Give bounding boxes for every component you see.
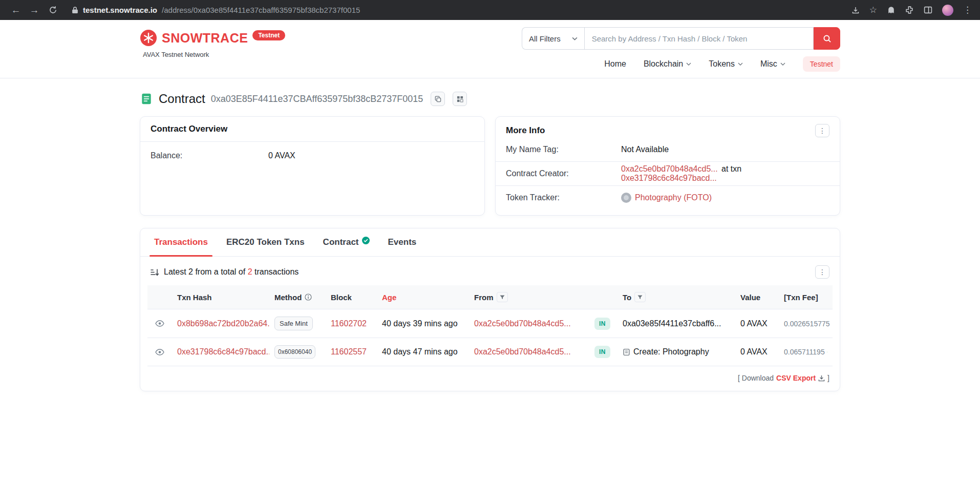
col-txn-fee: [Txn Fee] — [779, 285, 833, 309]
transactions-card: Transactions ERC20 Token Txns Contract E… — [140, 228, 840, 391]
col-eye — [147, 285, 172, 309]
browser-chrome: ← → testnet.snowtrace.io/address/0xa03e8… — [0, 0, 980, 20]
direction-badge: IN — [594, 318, 610, 330]
nav-item-tokens[interactable]: Tokens — [709, 59, 743, 69]
from-address-link[interactable]: 0xa2c5e0bd70b48a4cd5... — [474, 347, 571, 356]
qr-code-button[interactable] — [453, 92, 467, 106]
browser-forward-icon[interactable]: → — [27, 3, 42, 18]
network-label: AVAX Testnet Network — [143, 51, 285, 58]
csv-export-row: [ Download CSV Export ] — [140, 366, 840, 391]
age-value: 40 days 47 mins ago — [377, 338, 469, 366]
creation-txn-link[interactable]: 0xe31798c6c84c97bacd... — [621, 174, 717, 182]
txn-fee-value: 0.0026515775 — [784, 320, 830, 328]
tab-transactions-label: Transactions — [154, 237, 208, 247]
txn-hash-link[interactable]: 0x8b698ac72bd20b2a64... — [177, 319, 269, 328]
contract-creator-label: Contract Creator: — [506, 169, 621, 178]
age-value: 40 days 39 mins ago — [377, 309, 469, 338]
gas-bulb-icon — [827, 348, 827, 356]
token-tracker-link[interactable]: Photography (FOTO) — [635, 193, 712, 202]
chevron-down-icon — [686, 62, 691, 66]
bookmark-star-icon[interactable]: ☆ — [869, 5, 877, 15]
tx-summary-prefix: Latest 2 from a total of — [164, 267, 245, 276]
block-link[interactable]: 11602702 — [331, 319, 367, 328]
url-path: /address/0xa03e85f4411e37cbaff635975bf38… — [162, 6, 360, 14]
tx-summary-count: 2 — [248, 267, 252, 276]
search-icon — [823, 34, 832, 43]
search-filter-label: All Filters — [529, 34, 561, 43]
tab-contract[interactable]: Contract — [315, 228, 377, 256]
tx-preview-eye-icon[interactable] — [153, 349, 167, 355]
from-address-link[interactable]: 0xa2c5e0bd70b48a4cd5... — [474, 319, 571, 328]
browser-reload-icon[interactable] — [45, 3, 60, 18]
extension-icon[interactable] — [887, 6, 896, 14]
search-button[interactable] — [814, 27, 840, 50]
verified-check-icon — [362, 237, 370, 244]
value-cell: 0 AVAX — [735, 309, 779, 338]
col-method: Method — [269, 285, 326, 309]
qr-grid-icon — [457, 96, 463, 102]
nav-item-misc[interactable]: Misc — [760, 59, 785, 69]
brand-block: SNOWTRACE Testnet AVAX Testnet Network — [140, 27, 285, 72]
table-header-row: Txn Hash Method Block Age From — [147, 285, 833, 309]
more-info-kebab-icon[interactable]: ⋮ — [815, 124, 829, 137]
nav-misc-label: Misc — [760, 59, 777, 69]
info-icon[interactable] — [305, 294, 312, 301]
contract-icon — [140, 92, 153, 106]
browser-url-bar[interactable]: testnet.snowtrace.io/address/0xa03e85f44… — [72, 6, 848, 14]
col-block: Block — [326, 285, 377, 309]
to-filter-icon[interactable] — [634, 292, 646, 302]
tx-preview-eye-icon[interactable] — [153, 320, 167, 327]
name-tag-value: Not Available — [621, 145, 669, 154]
to-contract-create: Create: Photography — [633, 347, 709, 357]
search-filter-select[interactable]: All Filters — [522, 27, 584, 50]
search-bar: All Filters — [522, 27, 840, 50]
tab-transactions[interactable]: Transactions — [146, 228, 216, 256]
download-icon — [818, 375, 825, 382]
contract-create-icon — [623, 348, 630, 356]
nav-blockchain-label: Blockchain — [644, 59, 683, 69]
overview-card-title: Contract Overview — [151, 124, 227, 134]
creator-address-link[interactable]: 0xa2c5e0bd70b48a4cd5... — [621, 164, 718, 173]
col-age-sortable[interactable]: Age — [377, 285, 469, 309]
nav-tokens-label: Tokens — [709, 59, 735, 69]
txn-hash-link[interactable]: 0xe31798c6c84c97bacd... — [177, 347, 269, 356]
token-logo-icon — [621, 193, 631, 203]
balance-label: Balance: — [151, 151, 268, 160]
testnet-network-button[interactable]: Testnet — [803, 56, 840, 72]
tab-erc20-token-txns[interactable]: ERC20 Token Txns — [219, 228, 312, 256]
tab-split-icon[interactable] — [924, 6, 932, 14]
nav-item-home[interactable]: Home — [604, 59, 626, 69]
search-input[interactable] — [584, 27, 814, 50]
puzzle-extensions-icon[interactable] — [905, 6, 914, 14]
col-direction — [589, 285, 617, 309]
tx-summary-suffix: transactions — [254, 267, 299, 276]
col-from: From — [469, 285, 589, 309]
nav-item-blockchain[interactable]: Blockchain — [644, 59, 691, 69]
contract-address: 0xa03E85F4411e37CBAff635975bf38cB2737F00… — [211, 94, 423, 104]
sort-icon[interactable] — [151, 268, 159, 276]
tab-contract-label: Contract — [323, 237, 359, 247]
browser-menu-kebab-icon[interactable]: ⋮ — [963, 5, 972, 15]
csv-export-link[interactable]: CSV Export — [776, 374, 816, 382]
share-download-icon[interactable] — [851, 6, 860, 14]
browser-profile-avatar[interactable] — [942, 5, 953, 16]
page-title: Contract — [159, 92, 205, 106]
tab-erc20-label: ERC20 Token Txns — [226, 237, 305, 247]
tx-options-kebab-icon[interactable]: ⋮ — [815, 265, 829, 279]
more-info-card: More Info ⋮ My Name Tag: Not Available C… — [495, 116, 840, 216]
chevron-down-icon — [572, 37, 578, 40]
from-filter-icon[interactable] — [497, 292, 508, 302]
browser-back-icon[interactable]: ← — [8, 3, 24, 18]
chevron-down-icon — [738, 62, 743, 66]
copy-address-button[interactable] — [431, 92, 445, 106]
value-cell: 0 AVAX — [735, 338, 779, 366]
contract-overview-card: Contract Overview Balance: 0 AVAX — [140, 116, 485, 216]
site-header: SNOWTRACE Testnet AVAX Testnet Network A… — [0, 20, 980, 78]
download-prefix: [ Download — [738, 374, 774, 382]
method-badge: 0x60806040 — [274, 345, 315, 359]
tab-events[interactable]: Events — [380, 228, 424, 256]
snowtrace-logo-icon[interactable] — [140, 29, 157, 47]
brand-name[interactable]: SNOWTRACE — [162, 29, 248, 47]
brand-testnet-badge: Testnet — [252, 30, 285, 40]
block-link[interactable]: 11602557 — [331, 347, 367, 356]
